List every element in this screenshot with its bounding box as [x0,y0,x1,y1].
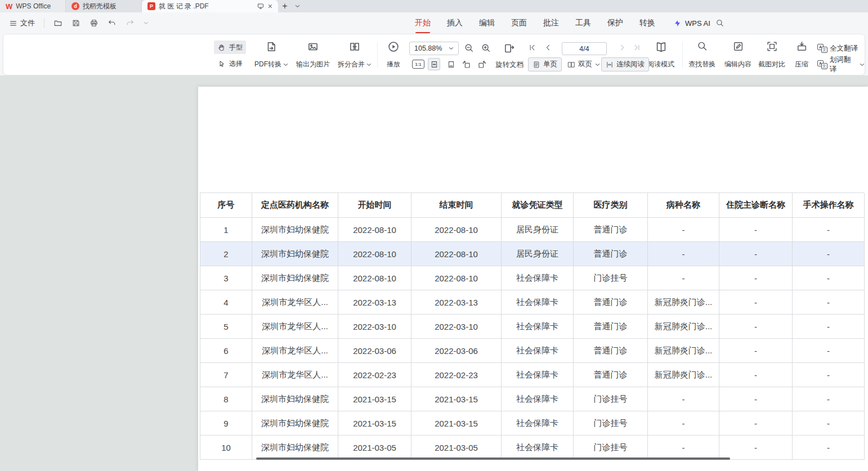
table-cell: 新冠肺炎门诊... [648,290,719,315]
next-page-button[interactable] [618,43,627,52]
monitor-icon[interactable] [257,2,265,10]
horizontal-scrollbar-thumb[interactable] [256,457,730,460]
group-divider [377,42,378,68]
table-cell: 2021-03-05 [411,436,502,460]
home-tab[interactable]: W WPS Office [0,0,66,12]
ribbon-tab-edit[interactable]: 编辑 [479,12,495,34]
export-image-button[interactable]: 输出为图片 [292,39,334,72]
home-tab-label: WPS Office [16,2,51,10]
fit-width-toggle[interactable] [445,58,457,70]
continuous-read-icon [606,61,614,69]
wps-ai-button[interactable]: WPS AI [673,12,710,34]
rotate-left-icon [462,60,471,69]
new-tab-button[interactable]: + [278,0,292,12]
table-cell: 深圳市龙华区人... [252,290,338,315]
read-mode-button[interactable]: 阅读模式 [644,39,678,72]
ribbon-tab-protect[interactable]: 保护 [607,12,623,34]
actual-size-button[interactable]: 1:1 [412,60,424,69]
fit-page-small-icon [430,60,439,69]
last-page-icon [633,43,641,52]
template-tab-label: 找稻壳模板 [83,2,117,11]
fit-page-toggle[interactable] [428,58,440,70]
previous-page-button[interactable] [544,43,552,52]
rotate-document-label: 旋转文档 [495,60,524,70]
rotate-right-icon [477,60,487,69]
ribbon-tab-convert[interactable]: 转换 [639,12,655,34]
fit-width-icon [447,60,455,69]
document-tab-label: 就 医 记 录 .PDF [159,2,209,11]
full-translation-button[interactable]: A文 全文翻译 [817,42,858,55]
rotate-right-button[interactable] [477,60,487,69]
global-search-button[interactable] [715,12,724,34]
table-cell: 5 [200,315,252,339]
rotate-document-button[interactable]: 旋转文档 [495,58,524,71]
page-number-input[interactable]: 4/4 [562,42,607,55]
table-cell: 普通门诊 [574,315,648,339]
column-header: 手术操作名称 [793,193,865,218]
first-page-button[interactable] [528,43,536,52]
compress-button[interactable]: 压缩 [790,39,813,72]
fit-page-button[interactable] [503,42,516,55]
hand-tool-button[interactable]: 手型 [214,41,246,54]
single-page-toggle[interactable]: 单页 [528,57,562,71]
table-cell: 门诊挂号 [574,266,648,290]
divider [44,19,44,28]
table-cell: 10 [200,436,252,460]
redo-icon [126,19,135,28]
rotate-left-button[interactable] [462,60,471,69]
undo-button[interactable] [104,16,120,30]
table-cell: 2021-03-05 [338,436,411,460]
save-button[interactable] [68,16,84,30]
split-merge-button[interactable]: 拆分合并 [335,39,374,72]
pdf-convert-button[interactable]: PDF转换 [252,39,291,72]
ribbon-tab-comment[interactable]: 批注 [543,12,559,34]
close-tab-icon[interactable]: × [268,2,272,10]
menu-bar: 文件 [0,12,868,34]
table-row: 2深圳市妇幼保健院2022-08-102022-08-10居民身份证普通门诊--… [200,242,864,266]
table-cell: 新冠肺炎门诊... [648,315,719,339]
print-button[interactable] [86,16,102,30]
table-cell: 居民身份证 [502,242,574,266]
ribbon-tab-home[interactable]: 开始 [415,12,431,34]
table-row: 10深圳市妇幼保健院2021-03-052021-03-05社会保障卡门诊挂号-… [200,436,864,460]
screenshot-compare-label: 截图对比 [758,60,785,69]
zoom-in-button[interactable] [481,43,491,53]
redo-button[interactable] [122,16,138,30]
group-divider [682,42,683,68]
double-page-button[interactable]: 双页 [563,57,604,71]
read-mode-label: 阅读模式 [647,60,674,69]
find-replace-button[interactable]: 查找替换 [686,39,718,72]
table-cell: - [648,411,719,436]
edit-content-button[interactable]: 编辑内容 [722,39,754,72]
last-page-button[interactable] [633,43,641,52]
open-file-button[interactable] [50,16,66,30]
play-button[interactable]: 播放 [381,39,406,72]
screenshot-compare-button[interactable]: 截图对比 [755,39,788,72]
tab-list-dropdown[interactable] [292,0,303,12]
file-menu-button[interactable]: 文件 [6,16,38,30]
select-tool-label: 选择 [229,59,243,69]
folder-icon [53,19,62,28]
save-icon [71,19,80,28]
continuous-read-toggle[interactable]: 连续阅读 [601,57,649,71]
document-tab[interactable]: P 就 医 记 录 .PDF × [142,0,278,12]
table-cell: 深圳市妇幼保健院 [252,242,338,266]
template-tab[interactable]: d 找稻壳模板 [66,0,142,12]
column-header: 医疗类别 [574,193,648,218]
ribbon-tab-tools[interactable]: 工具 [575,12,591,34]
zoom-out-button[interactable] [464,43,475,53]
table-cell: 2022-03-13 [411,290,502,315]
one-to-one-icon: 1:1 [412,60,424,69]
table-cell: 普通门诊 [574,242,648,266]
search-icon [715,19,724,28]
hand-icon [217,43,226,52]
word-translation-button[interactable]: A文 划词翻译 [817,58,865,71]
ribbon-tab-insert[interactable]: 插入 [447,12,463,34]
ribbon-tab-page[interactable]: 页面 [511,12,527,34]
zoom-combo[interactable]: 105.88% [409,42,459,55]
undo-history-dropdown[interactable] [140,19,152,27]
select-tool-button[interactable]: 选择 [214,57,246,70]
book-icon [655,41,668,53]
table-cell: 深圳市妇幼保健院 [252,218,338,242]
table-cell: 新冠肺炎门诊... [648,363,719,387]
